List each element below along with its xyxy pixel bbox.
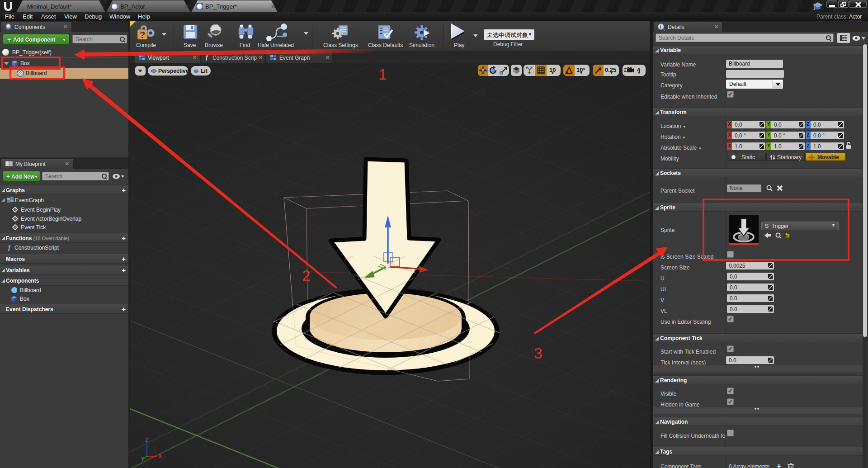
svg-text:X: X bbox=[158, 453, 162, 459]
svg-text:?: ? bbox=[140, 30, 145, 40]
svg-text:Y: Y bbox=[141, 456, 144, 461]
svg-text:Z: Z bbox=[145, 437, 148, 443]
svg-text:i: i bbox=[660, 24, 661, 29]
